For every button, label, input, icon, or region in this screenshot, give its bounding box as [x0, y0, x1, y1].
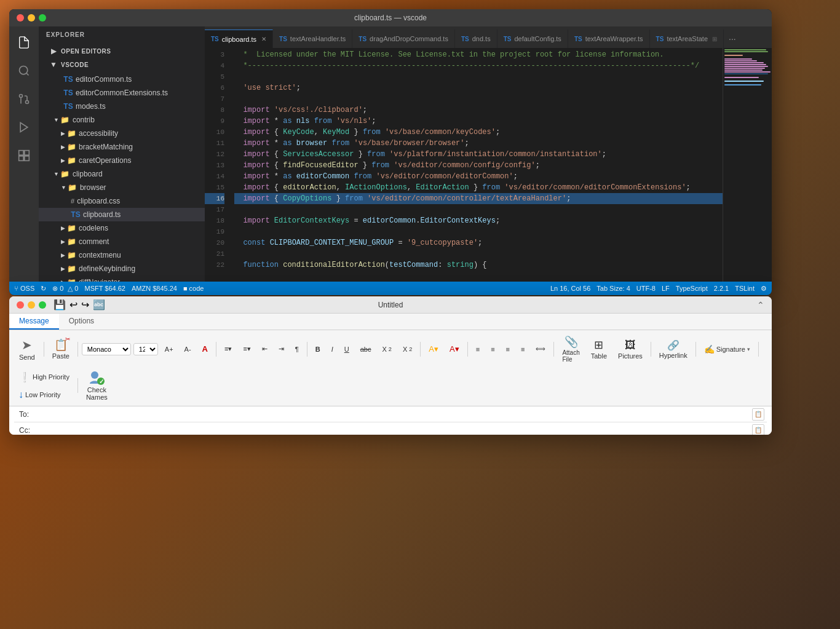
mail-tab-options[interactable]: Options [59, 314, 104, 330]
errors-warnings[interactable]: ⊗ 0 △ 0 [52, 285, 78, 293]
bold-button[interactable]: B [311, 343, 325, 355]
hyperlink-button[interactable]: 🔗 Hyperlink [655, 337, 692, 362]
search-activity-icon[interactable] [13, 60, 35, 82]
extensions-activity-icon[interactable] [13, 144, 35, 167]
highlight-button[interactable]: A▾ [424, 342, 443, 356]
debug-activity-icon[interactable] [13, 116, 35, 138]
redo-icon[interactable]: ↪ [81, 299, 89, 311]
encoding[interactable]: UTF-8 [636, 285, 656, 292]
folder-caretoperations[interactable]: ▶ 📁 caretOperations [39, 154, 205, 167]
underline-button[interactable]: U [340, 343, 354, 355]
align-justify-button[interactable]: ≡ [517, 343, 529, 355]
source-control-activity-icon[interactable] [13, 88, 35, 110]
tab-textareawrapper[interactable]: TS textAreaWrapper.ts [568, 30, 650, 48]
vscode-section-header[interactable]: ▼ VSCODE [39, 58, 205, 71]
format-icon[interactable]: 🔤 [93, 299, 105, 311]
stock-msft[interactable]: MSFT $64.62 [84, 285, 125, 292]
maximize-button[interactable] [39, 14, 46, 22]
file-clipboard-ts[interactable]: TS clipboard.ts [39, 208, 205, 221]
numbered-list-button[interactable]: ≡▾ [239, 342, 255, 355]
folder-diffnavigator[interactable]: ▶ 📁 diffNavigator [39, 275, 205, 282]
high-priority-button[interactable]: ❕ High Priority [14, 369, 74, 386]
open-editors-header[interactable]: ▶ OPEN EDITORS [39, 44, 205, 58]
file-clipboard-css[interactable]: # clipboard.css [39, 194, 205, 208]
language-mode[interactable]: TypeScript [676, 285, 708, 292]
save-draft-icon[interactable]: 💾 [53, 299, 66, 311]
cursor-position[interactable]: Ln 16, Col 56 [550, 285, 590, 292]
to-input[interactable] [51, 407, 752, 422]
folder-bracketmatching[interactable]: ▶ 📁 bracketMatching [39, 140, 205, 154]
font-size-select[interactable]: 12 10 14 16 [133, 343, 158, 355]
files-activity-icon[interactable] [13, 31, 35, 53]
subscript-button[interactable]: X2 [378, 343, 395, 355]
tab-close-icon[interactable]: ✕ [261, 36, 266, 42]
code-editor[interactable]: * Licensed under the MIT License. See Li… [229, 48, 723, 282]
file-editorcommon[interactable]: TS editorCommon.ts [39, 73, 205, 86]
file-editorcommonext[interactable]: TS editorCommonExtensions.ts [39, 86, 205, 100]
folder-contextmenu[interactable]: ▶ 📁 contextmenu [39, 248, 205, 262]
tab-draganddrop[interactable]: TS dragAndDropCommand.ts [352, 30, 455, 48]
folder-accessibility[interactable]: ▶ 📁 accessibility [39, 127, 205, 140]
git-branch[interactable]: ⑂ OSS [14, 285, 34, 292]
sync-status[interactable]: ↻ [41, 285, 46, 293]
indent-mode[interactable]: Tab Size: 4 [596, 285, 630, 292]
rtl-button[interactable]: ⟺ [531, 342, 550, 355]
line-numbers: 3 4 5 6 7 8 9 10 11 12 13 14 15 16 17 18 [205, 48, 229, 282]
tab-defaultconfig[interactable]: TS defaultConfig.ts [497, 30, 568, 48]
low-priority-button[interactable]: ↓ Low Priority [14, 387, 74, 403]
tab-textareahandler[interactable]: TS textAreaHandler.ts [273, 30, 352, 48]
pictures-button[interactable]: 🖼 Pictures [614, 336, 647, 362]
align-right-button[interactable]: ≡ [502, 343, 514, 355]
mail-expand-button[interactable]: ⌃ [757, 300, 764, 310]
attach-file-button[interactable]: 📎 AttachFile [558, 333, 584, 365]
strikethrough-button[interactable]: abc [356, 343, 376, 355]
decrease-indent-button[interactable]: ⇤ [258, 342, 272, 355]
send-button[interactable]: ➤ Send [14, 336, 40, 363]
line-ending-label: LF [662, 285, 670, 292]
to-picker-button[interactable]: 📋 [752, 408, 764, 421]
check-names-button[interactable]: ✓ CheckNames [82, 368, 112, 403]
mail-tab-message[interactable]: Message [9, 314, 59, 330]
cc-picker-button[interactable]: 📋 [752, 424, 764, 435]
workspace-name[interactable]: ■ code [183, 285, 204, 292]
settings-icon[interactable]: ⚙ [761, 285, 767, 293]
tab-textareastate[interactable]: TS textAreaState ⊞ [650, 30, 724, 48]
folder-definekeybinding[interactable]: ▶ 📁 defineKeybinding [39, 262, 205, 275]
align-left-button[interactable]: ≡ [472, 343, 484, 355]
folder-comment[interactable]: ▶ 📁 comment [39, 235, 205, 248]
folder-browser[interactable]: ▼ 📁 browser [39, 181, 205, 194]
mail-minimize-button[interactable] [28, 301, 35, 309]
code-area[interactable]: 3 4 5 6 7 8 9 10 11 12 13 14 15 16 17 18 [205, 48, 772, 282]
file-modes[interactable]: TS modes.ts [39, 100, 205, 113]
paragraph-button[interactable]: ¶ [291, 343, 303, 355]
font-color-button[interactable]: A [198, 342, 212, 356]
undo-icon[interactable]: ↩ [69, 299, 77, 311]
more-tabs-button[interactable]: ··· [724, 30, 741, 48]
minimize-button[interactable] [28, 14, 35, 22]
font-family-select[interactable]: Monaco Arial Times New Roman [82, 343, 131, 355]
bullet-list-button[interactable]: ≡▾ [220, 342, 236, 355]
text-color-button[interactable]: A▾ [445, 342, 464, 356]
mail-close-button[interactable] [17, 301, 24, 309]
decrease-font-button[interactable]: A- [180, 343, 196, 355]
line-ending[interactable]: LF [662, 285, 670, 292]
tab-clipboard-ts[interactable]: TS clipboard.ts ✕ [205, 30, 273, 48]
mail-maximize-button[interactable] [39, 301, 46, 309]
folder-contrib[interactable]: ▼ 📁 contrib [39, 113, 205, 127]
increase-indent-button[interactable]: ⇥ [274, 342, 288, 355]
cc-input[interactable] [51, 423, 752, 435]
table-button[interactable]: ⊞ Table [587, 336, 611, 362]
folder-codelens[interactable]: ▶ 📁 codelens [39, 221, 205, 235]
italic-button[interactable]: I [327, 343, 338, 355]
signature-button[interactable]: ✍ Signature ▾ [700, 342, 755, 357]
increase-font-button[interactable]: A+ [160, 343, 178, 355]
tab-dnd[interactable]: TS dnd.ts [455, 30, 497, 48]
stock-amzn[interactable]: AMZN $845.24 [132, 285, 177, 292]
folder-clipboard[interactable]: ▼ 📁 clipboard [39, 167, 205, 181]
tslint[interactable]: TSLint [735, 285, 755, 292]
align-center-button[interactable]: ≡ [486, 343, 499, 355]
ts-version[interactable]: 2.2.1 [714, 285, 729, 292]
superscript-button[interactable]: X2 [398, 343, 416, 355]
paste-button[interactable]: 📋 ✂ Paste [48, 336, 74, 362]
close-button[interactable] [17, 14, 24, 22]
